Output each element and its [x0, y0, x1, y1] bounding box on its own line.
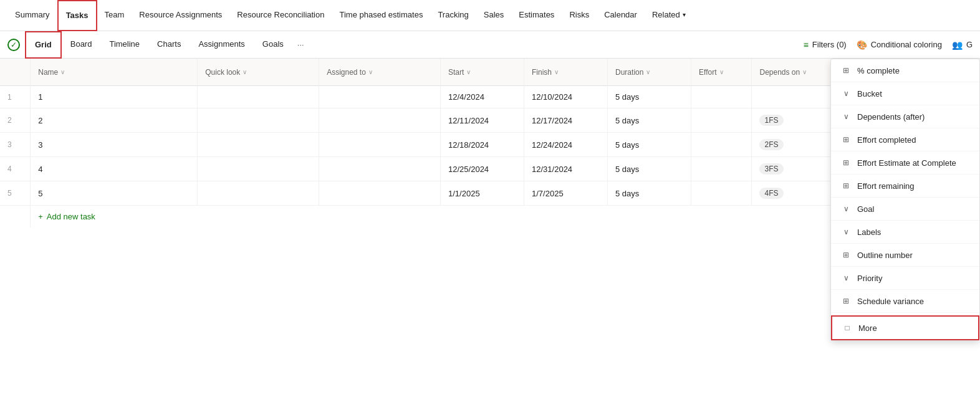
- more-columns-item[interactable]: □More: [831, 315, 979, 340]
- dropdown-item-label: Effort Estimate at Complete: [857, 158, 956, 168]
- col-header-duration[interactable]: Duration ∨: [608, 59, 691, 86]
- dropdown-column-item[interactable]: ⊞Effort completed: [831, 128, 979, 151]
- dropdown-column-item[interactable]: ∨Labels: [831, 221, 979, 244]
- nav-item-sales[interactable]: Sales: [476, 0, 512, 31]
- nav-item-time-phased[interactable]: Time phased estimates: [332, 0, 430, 31]
- col-header-effort[interactable]: Effort ∨: [691, 59, 752, 86]
- chevron-icon: ∨: [841, 89, 851, 98]
- nav-item-summary[interactable]: Summary: [7, 0, 57, 31]
- nav-item-tracking[interactable]: Tracking: [430, 0, 476, 31]
- grid-icon: ⊞: [841, 181, 851, 191]
- dropdown-item-label: Dependents (after): [857, 112, 925, 122]
- dropdown-item-label: Effort remaining: [857, 181, 915, 191]
- start-cell: 12/25/2024: [441, 157, 524, 181]
- duration-cell: 5 days: [608, 108, 691, 133]
- finish-cell: 1/7/2025: [524, 181, 608, 206]
- task-name[interactable]: 1: [31, 86, 198, 108]
- col-header-name[interactable]: Name ∨: [31, 59, 198, 86]
- duration-sort-icon: ∨: [646, 69, 650, 75]
- add-task-num: [0, 206, 31, 228]
- nav-item-resource-reconciliation[interactable]: Resource Reconciliation: [229, 0, 332, 31]
- filter-icon: ≡: [804, 40, 809, 50]
- dropdown-item-label: Effort completed: [857, 135, 916, 145]
- dropdown-column-item[interactable]: ⊞Schedule variance: [831, 290, 979, 313]
- col-header-quicklook[interactable]: Quick look ∨: [198, 59, 319, 86]
- effort-cell: [691, 86, 752, 108]
- dropdown-item-label: More: [858, 323, 877, 333]
- sub-navigation: ✓ Grid Board Timeline Charts Assignments…: [0, 31, 980, 59]
- assigned-to-cell: [319, 157, 441, 181]
- task-name[interactable]: 4: [31, 157, 198, 181]
- sub-nav-assignments[interactable]: Assignments: [190, 31, 253, 59]
- grid-icon: ⊞: [841, 135, 851, 145]
- nav-item-calendar[interactable]: Calendar: [597, 0, 645, 31]
- grid-icon: ⊞: [841, 250, 851, 260]
- finish-cell: 12/10/2024: [524, 86, 608, 108]
- nav-item-related[interactable]: Related ▾: [645, 0, 693, 31]
- depends-on-cell: [752, 86, 843, 108]
- sub-nav-grid[interactable]: Grid: [25, 31, 62, 59]
- row-number: 1: [0, 86, 31, 108]
- depends-on-cell: 2FS: [752, 133, 843, 157]
- nav-item-tasks[interactable]: Tasks: [57, 0, 97, 31]
- nav-item-resource-assignments[interactable]: Resource Assignments: [132, 0, 229, 31]
- col-header-num: [0, 59, 31, 86]
- duration-cell: 5 days: [608, 157, 691, 181]
- sub-nav-timeline[interactable]: Timeline: [100, 31, 148, 59]
- task-name[interactable]: 3: [31, 133, 198, 157]
- nav-item-risks[interactable]: Risks: [562, 0, 597, 31]
- nav-item-team[interactable]: Team: [97, 0, 132, 31]
- chevron-icon: ∨: [841, 227, 851, 237]
- square-icon: □: [842, 323, 852, 333]
- duration-cell: 5 days: [608, 181, 691, 206]
- finish-cell: 12/31/2024: [524, 157, 608, 181]
- dropdown-column-item[interactable]: ⊞Outline number: [831, 244, 979, 267]
- sub-nav-goals[interactable]: Goals: [254, 31, 292, 59]
- dropdown-column-item[interactable]: ∨Goal: [831, 198, 979, 221]
- col-header-start[interactable]: Start ∨: [441, 59, 524, 86]
- start-cell: 12/11/2024: [441, 108, 524, 133]
- quick-look-cell: [198, 108, 319, 133]
- more-views-button[interactable]: ···: [292, 31, 309, 59]
- dropdown-column-item[interactable]: ∨Bucket: [831, 82, 979, 105]
- sub-nav-charts[interactable]: Charts: [148, 31, 190, 59]
- task-name[interactable]: 5: [31, 181, 198, 206]
- col-header-finish[interactable]: Finish ∨: [524, 59, 608, 86]
- dropdown-column-item[interactable]: ⊞% complete: [831, 59, 979, 82]
- assigned-to-cell: [319, 108, 441, 133]
- task-name[interactable]: 2: [31, 108, 198, 133]
- depends-on-cell: 4FS: [752, 181, 843, 206]
- grid-icon: ⊞: [841, 158, 851, 168]
- top-navigation: Summary Tasks Team Resource Assignments …: [0, 0, 980, 31]
- effort-cell: [691, 133, 752, 157]
- dropdown-item-label: Outline number: [857, 251, 913, 260]
- sub-nav-board[interactable]: Board: [62, 31, 101, 59]
- dropdown-item-label: Priority: [857, 274, 882, 283]
- row-number: 2: [0, 108, 31, 133]
- conditional-coloring-button[interactable]: 🎨 Conditional coloring: [857, 40, 942, 50]
- col-header-depends[interactable]: Depends on ∨: [752, 59, 843, 86]
- dropdown-column-item[interactable]: ⊞Effort Estimate at Complete: [831, 151, 979, 175]
- duration-cell: 5 days: [608, 133, 691, 157]
- table-area: Name ∨ Quick look ∨ Assigned to ∨: [0, 59, 980, 407]
- name-sort-icon: ∨: [60, 69, 65, 75]
- nav-item-estimates[interactable]: Estimates: [511, 0, 562, 31]
- dropdown-column-item[interactable]: ⊞Effort remaining: [831, 175, 979, 198]
- depends-on-cell: 1FS: [752, 108, 843, 133]
- filters-button[interactable]: ≡ Filters (0): [804, 40, 847, 50]
- assignedto-sort-icon: ∨: [368, 69, 373, 75]
- finish-sort-icon: ∨: [554, 69, 559, 75]
- depends-sort-icon: ∨: [802, 69, 807, 75]
- duration-cell: 5 days: [608, 86, 691, 108]
- row-number: 5: [0, 181, 31, 206]
- assigned-to-cell: [319, 133, 441, 157]
- col-header-assignedto[interactable]: Assigned to ∨: [319, 59, 441, 86]
- dropdown-column-item[interactable]: ∨Dependents (after): [831, 105, 979, 128]
- group-button[interactable]: 👥 G: [952, 40, 973, 50]
- dropdown-item-label: Goal: [857, 204, 874, 214]
- quicklook-sort-icon: ∨: [243, 69, 247, 75]
- dropdown-column-item[interactable]: ∨Priority: [831, 267, 979, 290]
- plus-icon: +: [38, 212, 43, 221]
- add-column-dropdown: ⊞% complete∨Bucket∨Dependents (after)⊞Ef…: [830, 59, 980, 341]
- depends-on-cell: 3FS: [752, 157, 843, 181]
